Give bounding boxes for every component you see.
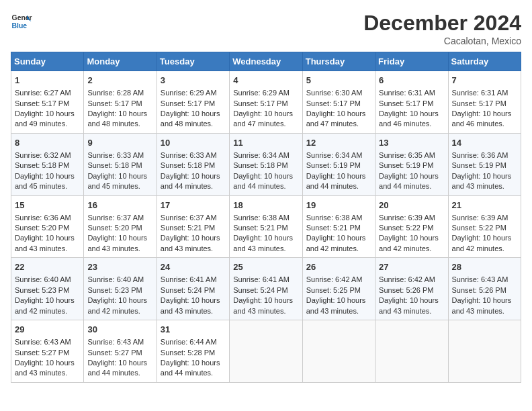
cell-detail: Sunset: 5:17 PM	[233, 99, 298, 109]
table-row: 22Sunrise: 6:40 AMSunset: 5:23 PMDayligh…	[11, 258, 84, 320]
cell-detail: and 43 minutes.	[161, 306, 226, 316]
cell-detail: and 47 minutes.	[306, 119, 371, 129]
cell-detail: Sunrise: 6:27 AM	[15, 88, 80, 98]
table-row: 17Sunrise: 6:37 AMSunset: 5:21 PMDayligh…	[157, 195, 229, 258]
cell-detail: Sunrise: 6:42 AM	[306, 275, 371, 285]
cell-detail: Daylight: 10 hours	[15, 171, 80, 181]
cell-detail: and 42 minutes.	[87, 306, 152, 316]
cell-detail: and 43 minutes.	[233, 244, 298, 254]
logo-icon: General Blue	[11, 11, 32, 32]
day-number: 17	[161, 199, 226, 212]
calendar-body: 1Sunrise: 6:27 AMSunset: 5:17 PMDaylight…	[11, 71, 521, 383]
table-row: 26Sunrise: 6:42 AMSunset: 5:25 PMDayligh…	[302, 258, 375, 320]
cell-detail: and 42 minutes.	[15, 306, 80, 316]
cell-detail: Sunset: 5:26 PM	[379, 285, 444, 295]
cell-detail: Sunrise: 6:34 AM	[233, 150, 298, 161]
cell-detail: and 43 minutes.	[161, 244, 226, 254]
cell-detail: Sunrise: 6:30 AM	[306, 88, 371, 98]
cell-detail: Sunrise: 6:36 AM	[452, 150, 517, 161]
day-number: 30	[87, 324, 152, 336]
cell-detail: Sunset: 5:17 PM	[15, 99, 80, 109]
cell-detail: and 43 minutes.	[15, 244, 80, 254]
cell-detail: Daylight: 10 hours	[161, 295, 226, 306]
cell-detail: and 45 minutes.	[87, 181, 152, 191]
cell-detail: Sunrise: 6:37 AM	[87, 213, 152, 223]
day-number: 23	[87, 261, 152, 273]
cell-detail: Sunset: 5:21 PM	[233, 223, 298, 233]
day-number: 15	[15, 199, 80, 212]
cell-detail: and 44 minutes.	[161, 368, 226, 378]
cell-detail: Sunset: 5:22 PM	[379, 223, 444, 233]
logo: General Blue	[11, 11, 32, 32]
cell-detail: Daylight: 10 hours	[379, 109, 444, 119]
day-number: 2	[87, 75, 152, 87]
cell-detail: Sunrise: 6:38 AM	[306, 213, 371, 223]
day-number: 1	[15, 75, 80, 87]
cell-detail: and 47 minutes.	[233, 119, 298, 129]
cell-detail: Sunset: 5:19 PM	[379, 161, 444, 171]
table-row: 15Sunrise: 6:36 AMSunset: 5:20 PMDayligh…	[11, 195, 84, 258]
day-number: 26	[306, 261, 371, 273]
cell-detail: and 44 minutes.	[233, 181, 298, 191]
cell-detail: and 43 minutes.	[452, 181, 517, 191]
table-row: 4Sunrise: 6:29 AMSunset: 5:17 PMDaylight…	[230, 71, 302, 134]
table-row: 9Sunrise: 6:33 AMSunset: 5:18 PMDaylight…	[84, 133, 157, 195]
cell-detail: and 42 minutes.	[452, 244, 517, 254]
day-header-sunday: Sunday	[11, 52, 84, 71]
cell-detail: Daylight: 10 hours	[87, 233, 152, 243]
cell-detail: Daylight: 10 hours	[452, 295, 517, 306]
day-number: 13	[379, 137, 444, 149]
cell-detail: and 42 minutes.	[379, 244, 444, 254]
cell-detail: Sunrise: 6:42 AM	[379, 275, 444, 285]
cell-detail: Sunset: 5:23 PM	[15, 285, 80, 295]
table-row: 24Sunrise: 6:41 AMSunset: 5:24 PMDayligh…	[157, 258, 229, 320]
cell-detail: Sunset: 5:21 PM	[306, 223, 371, 233]
table-row: 6Sunrise: 6:31 AMSunset: 5:17 PMDaylight…	[375, 71, 448, 134]
cell-detail: Sunset: 5:27 PM	[87, 348, 152, 358]
day-number: 11	[233, 137, 298, 149]
cell-detail: Daylight: 10 hours	[15, 233, 80, 243]
cell-detail: Daylight: 10 hours	[379, 295, 444, 306]
table-row: 2Sunrise: 6:28 AMSunset: 5:17 PMDaylight…	[84, 71, 157, 134]
cell-detail: Daylight: 10 hours	[161, 109, 226, 119]
cell-detail: Sunset: 5:21 PM	[161, 223, 226, 233]
cell-detail: Daylight: 10 hours	[87, 109, 152, 119]
cell-detail: Sunrise: 6:32 AM	[15, 150, 80, 161]
cell-detail: Daylight: 10 hours	[161, 233, 226, 243]
cell-detail: Sunset: 5:17 PM	[87, 99, 152, 109]
cell-detail: Sunrise: 6:43 AM	[15, 337, 80, 347]
day-number: 28	[452, 261, 517, 273]
day-header-friday: Friday	[375, 52, 448, 71]
day-number: 24	[161, 261, 226, 273]
cell-detail: and 43 minutes.	[87, 244, 152, 254]
cell-detail: Sunrise: 6:43 AM	[452, 275, 517, 285]
table-row: 31Sunrise: 6:44 AMSunset: 5:28 PMDayligh…	[157, 320, 229, 383]
svg-text:General: General	[12, 14, 32, 21]
cell-detail: Daylight: 10 hours	[161, 358, 226, 368]
table-row: 12Sunrise: 6:34 AMSunset: 5:19 PMDayligh…	[302, 133, 375, 195]
day-number: 19	[306, 199, 371, 212]
day-number: 21	[452, 199, 517, 212]
page-header: General Blue December 2024 Cacalotan, Me…	[11, 11, 521, 46]
cell-detail: Sunrise: 6:28 AM	[87, 88, 152, 98]
calendar-table: SundayMondayTuesdayWednesdayThursdayFrid…	[11, 52, 521, 383]
days-header-row: SundayMondayTuesdayWednesdayThursdayFrid…	[11, 52, 521, 71]
calendar-week-row: 29Sunrise: 6:43 AMSunset: 5:27 PMDayligh…	[11, 320, 521, 383]
cell-detail: Sunrise: 6:40 AM	[15, 275, 80, 285]
cell-detail: Sunset: 5:22 PM	[452, 223, 517, 233]
cell-detail: Daylight: 10 hours	[15, 358, 80, 368]
table-row: 21Sunrise: 6:39 AMSunset: 5:22 PMDayligh…	[448, 195, 521, 258]
day-number: 5	[306, 75, 371, 87]
day-number: 10	[161, 137, 226, 149]
cell-detail: Sunset: 5:24 PM	[161, 285, 226, 295]
cell-detail: Sunrise: 6:36 AM	[15, 213, 80, 223]
cell-detail: Sunset: 5:18 PM	[161, 161, 226, 171]
cell-detail: Sunset: 5:26 PM	[452, 285, 517, 295]
table-row: 7Sunrise: 6:31 AMSunset: 5:17 PMDaylight…	[448, 71, 521, 134]
day-number: 25	[233, 261, 298, 273]
table-row: 3Sunrise: 6:29 AMSunset: 5:17 PMDaylight…	[157, 71, 229, 134]
table-row: 14Sunrise: 6:36 AMSunset: 5:19 PMDayligh…	[448, 133, 521, 195]
cell-detail: Sunset: 5:17 PM	[306, 99, 371, 109]
cell-detail: Sunset: 5:17 PM	[161, 99, 226, 109]
day-header-thursday: Thursday	[302, 52, 375, 71]
